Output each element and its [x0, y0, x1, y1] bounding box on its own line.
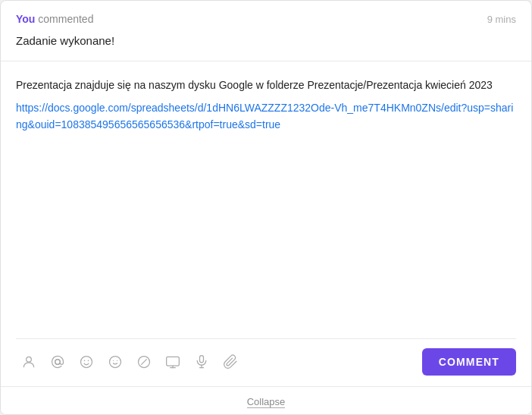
- emoji-icon[interactable]: [74, 349, 99, 375]
- comment-header: You commented 9 mins: [16, 13, 516, 25]
- editor-section: Prezentacja znajduje się na naszym dysku…: [1, 61, 531, 387]
- svg-point-3: [84, 360, 86, 362]
- existing-comment: You commented 9 mins Zadanie wykonane!: [1, 1, 531, 61]
- editor-content[interactable]: Prezentacja znajduje się na naszym dysku…: [16, 77, 516, 330]
- comment-action: commented: [38, 13, 93, 25]
- collapse-label[interactable]: Collapse: [247, 396, 286, 408]
- svg-point-0: [27, 357, 32, 362]
- svg-line-7: [142, 360, 147, 365]
- attachment-icon[interactable]: [217, 349, 243, 375]
- editor-link[interactable]: https://docs.google.com/spreadsheets/d/1…: [16, 102, 513, 130]
- svg-point-2: [81, 357, 92, 368]
- comment-body: Zadanie wykonane!: [16, 33, 516, 50]
- comment-card: You commented 9 mins Zadanie wykonane! P…: [0, 0, 532, 415]
- comment-author: You commented: [16, 13, 93, 25]
- person-icon[interactable]: [16, 349, 42, 375]
- comment-time: 9 mins: [487, 14, 516, 25]
- smile-icon[interactable]: [102, 349, 128, 375]
- author-name: You: [16, 13, 35, 25]
- svg-rect-8: [167, 357, 180, 366]
- collapse-bar: Collapse: [1, 386, 531, 414]
- svg-point-4: [88, 360, 89, 362]
- toolbar-icons: [16, 349, 422, 375]
- editor-toolbar: COMMENT: [16, 338, 516, 386]
- svg-point-5: [110, 357, 121, 368]
- comment-button[interactable]: COMMENT: [422, 348, 516, 376]
- screen-icon[interactable]: [160, 349, 186, 375]
- mic-icon[interactable]: [189, 349, 214, 375]
- svg-rect-11: [200, 356, 204, 363]
- at-icon[interactable]: [45, 349, 70, 375]
- editor-paragraph: Prezentacja znajduje się na naszym dysku…: [16, 77, 516, 93]
- slash-icon[interactable]: [131, 349, 157, 375]
